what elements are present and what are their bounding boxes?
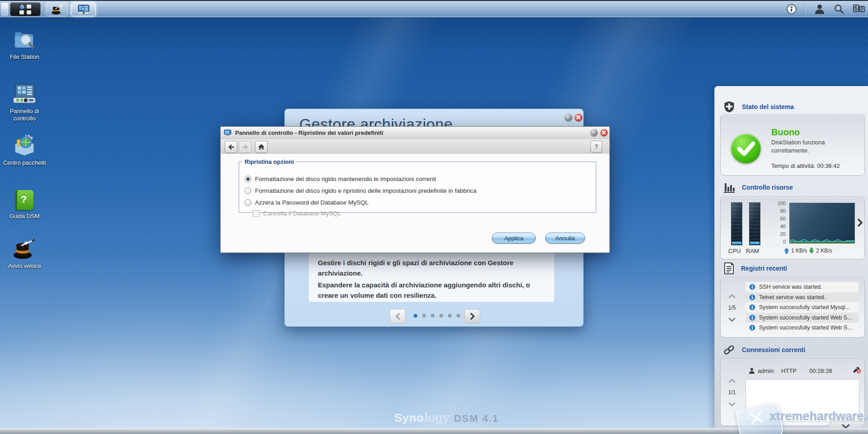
log-text: System successfully started Mysql... [759, 304, 850, 310]
cancel-button[interactable]: Annulla [545, 233, 585, 243]
log-row: System successfully started Web S... [745, 323, 859, 333]
carousel-dot[interactable] [439, 314, 443, 318]
radio-icon[interactable] [245, 199, 251, 206]
axis-tick: 100 [774, 200, 786, 206]
taskbar-handle[interactable] [1, 3, 8, 15]
shield-icon [723, 100, 736, 114]
carousel-dots [414, 314, 460, 318]
magic-hat-icon [51, 4, 63, 15]
synology-watermark: Synology DSM 4.1 [394, 411, 499, 425]
upload-arrow-icon [784, 248, 789, 254]
storage-description-line2: Espandere la capacità di archiviazione a… [318, 280, 545, 301]
uptime-text: Tempo di attività: 00:36:42 [771, 162, 840, 169]
checkbox-label: Cancella il Database MySQL [263, 210, 341, 217]
connections-page-indicator: 1/1 [728, 389, 736, 396]
radio-label: Azzera la Password del Database MySQL [255, 199, 368, 206]
connections-header: Connessioni correnti [723, 343, 805, 356]
desktop-icon-label: Avvio veloce [2, 262, 47, 270]
recent-logs-header: Registri recenti [723, 262, 787, 275]
log-text: SSH service was started. [759, 284, 822, 290]
dialog-title: Pannello di controllo - Ripristino dei v… [235, 129, 383, 136]
apply-button[interactable]: Applica [492, 233, 536, 243]
log-row: System successfully started Mysql... [745, 302, 859, 313]
taskbar-control-panel-button-active[interactable] [71, 2, 96, 16]
widget-title: Registri recenti [741, 265, 787, 272]
desktop-icon-control-panel[interactable]: Pannello di controllo [2, 81, 47, 122]
info-badge-icon [749, 315, 755, 321]
network-chart [789, 203, 855, 243]
bar-chart-icon [723, 181, 736, 193]
back-button[interactable] [225, 141, 237, 153]
minimize-button[interactable] [565, 114, 572, 121]
status-ok-icon [731, 134, 761, 163]
brand-text-bold: Syno [394, 411, 424, 425]
minimize-button[interactable] [590, 129, 598, 136]
page-down-chevron[interactable] [728, 315, 736, 324]
widget-title: Stato del sistema [742, 103, 794, 110]
taskbar [0, 0, 868, 17]
log-list: SSH service was started. Telnet service … [745, 282, 859, 333]
radio-icon[interactable] [245, 187, 251, 194]
radio-reset-mysql-password[interactable]: Azzera la Password del Database MySQL [245, 199, 368, 206]
desktop-icon-dsm-help[interactable]: Guida DSM [2, 186, 47, 220]
carousel-dot-active[interactable] [414, 314, 417, 318]
connection-protocol: HTTP [781, 367, 809, 374]
recent-logs-card: 1/5 SSH service was started. Telnet serv… [720, 277, 865, 338]
connection-row: admin HTTP 00:28:28 [749, 367, 861, 375]
radio-label: Formattazione del disco rigido e riprist… [255, 187, 476, 194]
search-icon[interactable] [834, 4, 844, 14]
carousel-next-button[interactable] [464, 309, 480, 324]
radio-format-keep-settings[interactable]: Formattazione del disco rigido mantenend… [245, 176, 436, 182]
resource-monitor-card: CPU RAM 100 80 60 40 20 0 1 KB/s 2 KB/s [720, 196, 865, 259]
dsm-version-text: DSM 4.1 [454, 413, 499, 424]
carousel-dot[interactable] [457, 314, 460, 318]
ram-label: RAM [746, 248, 759, 254]
desktop-icon-file-station[interactable]: File Station [2, 27, 47, 61]
file-station-icon [12, 29, 37, 51]
connection-user: admin [758, 367, 781, 374]
carousel-prev-button[interactable] [390, 309, 406, 324]
network-legend: 1 KB/s 2 KB/s [784, 248, 832, 254]
radio-selected-icon[interactable] [245, 176, 251, 182]
download-rate: 2 KB/s [816, 248, 832, 254]
widgets-icon[interactable] [853, 4, 865, 14]
desktop-icon-quick-start[interactable]: Avvio veloce [2, 236, 47, 270]
forward-arrow-icon [242, 144, 249, 150]
page-up-chevron[interactable] [728, 377, 736, 385]
desktop-icon-label: Guida DSM [2, 213, 47, 220]
dialog-toolbar: ? [221, 139, 609, 154]
status-value: Buono [771, 127, 800, 138]
home-button[interactable] [255, 141, 268, 153]
resource-expand-chevron[interactable] [858, 219, 863, 229]
widget-sidebar: Stato del sistema Buono DiskStation funz… [714, 86, 868, 429]
back-arrow-icon [228, 144, 235, 150]
log-row: SSH service was started. [745, 282, 859, 292]
info-icon[interactable] [786, 4, 797, 14]
taskbar-quick-start-button[interactable] [46, 2, 68, 16]
logs-pagination: 1/5 [721, 278, 743, 337]
desktop-icon-label: File Station [2, 53, 47, 61]
dialog-titlebar[interactable]: Pannello di controllo - Ripristino dei v… [221, 127, 609, 139]
desktop-icon-package-center[interactable]: Centro pacchetti [2, 133, 47, 167]
user-icon[interactable] [814, 3, 826, 15]
status-description: DiskStation funziona correttamente. [771, 138, 853, 154]
package-center-icon [12, 134, 37, 157]
page-down-chevron[interactable] [728, 400, 736, 408]
carousel-dot[interactable] [448, 314, 452, 318]
log-document-icon [723, 262, 735, 275]
control-panel-mini-icon [224, 129, 231, 136]
carousel-dot[interactable] [431, 314, 434, 318]
storage-description-line1: Gestire i dischi rigidi e gli spazi di a… [318, 258, 545, 279]
log-text: Telnet service was started. [759, 294, 826, 300]
help-button[interactable]: ? [590, 141, 602, 153]
restore-defaults-dialog: Pannello di controllo - Ripristino dei v… [220, 126, 610, 253]
close-icon[interactable] [600, 129, 608, 136]
page-up-chevron[interactable] [728, 292, 736, 300]
disconnect-icon[interactable] [853, 367, 861, 375]
main-menu-button[interactable] [10, 2, 41, 16]
carousel-dot[interactable] [422, 314, 426, 318]
close-icon[interactable] [575, 114, 582, 121]
radio-format-factory-defaults[interactable]: Formattazione del disco rigido e riprist… [245, 187, 476, 194]
axis-tick: 20 [774, 231, 786, 237]
carousel [285, 309, 583, 324]
